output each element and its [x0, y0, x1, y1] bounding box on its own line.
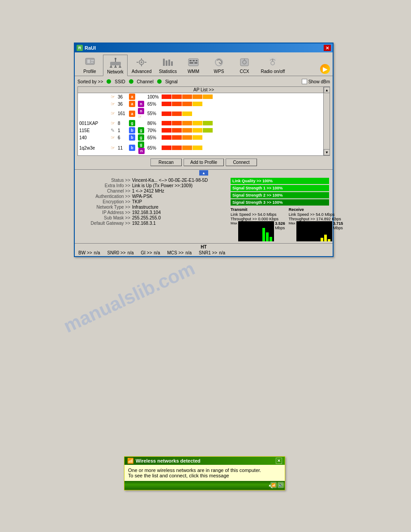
- close-button[interactable]: ✕: [324, 45, 331, 51]
- signal-dot: [157, 79, 162, 84]
- transmit-label: Transmit: [231, 207, 285, 212]
- svg-rect-26: [196, 60, 197, 61]
- rx-graph-unit: Mbps: [333, 226, 343, 230]
- signal-pct-cell: 100%: [146, 93, 160, 100]
- signal-pct-cell: 70%: [146, 127, 160, 134]
- sorted-by-label: Sorted by >>: [77, 79, 103, 84]
- network-type-value: Infrastructure: [132, 205, 158, 210]
- rx-max-label: Max: [289, 221, 295, 225]
- ap-list-header: AP List >>: [78, 87, 330, 93]
- ht-bw: BW >> n/a: [78, 250, 100, 255]
- filter-row: Sorted by >> SSID Channel Signal Show dB…: [77, 77, 330, 86]
- notification-close-button[interactable]: ✕: [276, 458, 282, 464]
- tab-ccx[interactable]: CCX: [232, 54, 257, 76]
- ip-label: IP Address >>: [78, 210, 132, 215]
- status-value: Vincent-Ka... <--> 00-0E-2E-E1-98-5D: [132, 178, 208, 183]
- notification-title-bar: 📶 Wireless networks detected ✕: [124, 457, 285, 465]
- transmit-link-speed: Link Speed >> 54.0 Mbps: [231, 212, 285, 217]
- tray-icon-2: 🔊: [278, 482, 284, 488]
- notification-body-line2: To see the list and connect, click this …: [128, 473, 281, 478]
- encrypt-label: Encryption >>: [78, 199, 132, 204]
- svg-rect-28: [194, 62, 197, 64]
- table-row[interactable]: 1q2w3e ☞ 11 b gn 65%: [78, 141, 330, 154]
- expand-button[interactable]: ▲: [199, 170, 208, 176]
- extra-info-value: Link is Up (Tx Power >>:1009): [132, 183, 193, 188]
- auth-label: Authentication >>: [78, 194, 132, 199]
- status-row-networktype: Network Type >> Infrastructure: [78, 205, 227, 210]
- svg-rect-21: [168, 60, 170, 66]
- receive-panel: Receive Link Speed >> 54.0 Mbps Throughp…: [289, 207, 343, 241]
- rescan-button[interactable]: Rescan: [150, 159, 182, 166]
- button-row: Rescan Add to Profile Connect: [77, 157, 330, 168]
- table-row[interactable]: ☞ 161 a n ☞ 55%: [78, 107, 330, 120]
- status-info: Status >> Vincent-Ka... <--> 00-0E-2E-E1…: [78, 178, 227, 241]
- scrollbar[interactable]: ▲ ▼: [323, 87, 330, 155]
- wifi-icon-cell: ☞: [109, 93, 116, 100]
- wifi-icon-cell: ☞: [109, 141, 116, 154]
- scroll-up-button[interactable]: ▲: [324, 87, 330, 93]
- tab-advanced[interactable]: Advanced: [128, 54, 154, 76]
- svg-rect-10: [110, 67, 112, 68]
- channel-cell: 36: [116, 93, 128, 100]
- wifi-notification-icon: 📶: [127, 458, 134, 464]
- table-row[interactable]: ☞ 36 a n 65%: [78, 100, 330, 107]
- table-row[interactable]: ☞ 36 a 100%: [78, 93, 330, 100]
- show-dbm-checkbox[interactable]: [302, 79, 307, 84]
- tab-network[interactable]: Network: [103, 55, 128, 76]
- ht-section: HT BW >> n/a SNR0 >> n/a GI >> n/a MCS >…: [75, 243, 333, 256]
- ht-snr0: SNR0 >> n/a: [107, 250, 133, 255]
- channel-cell: 161: [116, 107, 128, 120]
- tab-radio[interactable]: Radio on/off: [257, 54, 288, 76]
- signal-pct-cell: 65%: [146, 141, 160, 154]
- ht-title: HT: [78, 245, 329, 249]
- tab-wps[interactable]: WPS: [206, 54, 231, 76]
- link-quality-bar: Link Quality >> 100%: [231, 178, 329, 184]
- connect-button[interactable]: Connect: [226, 159, 257, 166]
- tab-statistics[interactable]: Statistics: [155, 54, 180, 76]
- signal-filter-label: Signal: [165, 79, 178, 84]
- add-to-profile-button[interactable]: Add to Profile: [184, 159, 224, 166]
- channel-cell: 1: [116, 127, 128, 134]
- transmit-graph: [238, 221, 274, 241]
- table-row[interactable]: 0011KAP ☞ 8 g 86%: [78, 120, 330, 127]
- svg-rect-24: [189, 60, 192, 61]
- channel-cell: 8: [116, 120, 128, 127]
- table-row[interactable]: 140 ☞ 6 b g 65%: [78, 134, 330, 141]
- tab-ccx-label: CCX: [240, 69, 249, 74]
- tab-profile[interactable]: Profile: [77, 54, 102, 76]
- tab-wmm-label: WMM: [188, 69, 199, 74]
- signal-pct-cell: 86%: [146, 120, 160, 127]
- badge-b-cell: b: [128, 134, 137, 141]
- svg-point-6: [115, 58, 116, 60]
- svg-rect-11: [114, 67, 117, 68]
- receive-throughput: Throughput >> 174.892 Kbps: [289, 217, 343, 221]
- bw-value: n/a: [94, 250, 100, 255]
- status-row-ip: IP Address >> 192.168.3.104: [78, 210, 227, 215]
- wifi-icon-cell: ☞: [109, 120, 116, 127]
- tab-wmm[interactable]: WMM: [181, 54, 206, 76]
- toolbar: Profile Network: [75, 52, 333, 76]
- badge-n-cell: n ☞: [137, 107, 146, 120]
- receive-graph-container: Max 3.715 Mbps: [289, 221, 343, 241]
- ht-row: BW >> n/a SNR0 >> n/a GI >> n/a MCS >> n…: [78, 250, 329, 255]
- forward-arrow[interactable]: ▶: [320, 64, 330, 74]
- app-icon: R: [77, 45, 83, 51]
- title-bar-left: R RaUI: [77, 45, 96, 51]
- ap-table: ☞ 36 a 100%: [78, 93, 330, 154]
- notification-popup[interactable]: 📶 Wireless networks detected ✕ One or mo…: [124, 456, 285, 490]
- table-row[interactable]: 115E ✎ 1 b g 70%: [78, 127, 330, 134]
- snr1-value: n/a: [219, 250, 225, 255]
- signal-pct-cell: 65%: [146, 134, 160, 141]
- status-label: Status >>: [78, 178, 132, 183]
- channel-cell: 11: [116, 141, 128, 154]
- window-title: RaUI: [85, 45, 96, 51]
- wifi-icon-cell: ☞: [109, 134, 116, 141]
- channel-label: Channel >>: [78, 189, 132, 193]
- system-tray: 📶 🔊: [270, 482, 284, 488]
- snr0-value: n/a: [128, 250, 134, 255]
- scroll-down-button[interactable]: ▼: [324, 149, 330, 155]
- tx-graph-unit: Mbps: [275, 226, 285, 230]
- gi-value: n/a: [154, 250, 160, 255]
- ssid-cell: [78, 107, 109, 120]
- transmit-throughput: Throughput >> 0.000 Kbps: [231, 217, 285, 221]
